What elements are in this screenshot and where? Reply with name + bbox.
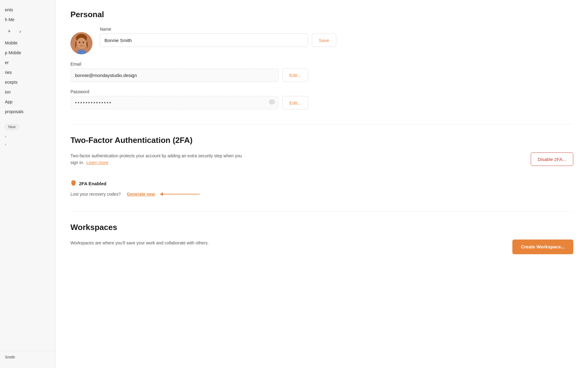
arrow-head <box>160 192 163 196</box>
email-input[interactable] <box>70 68 279 82</box>
main-content: Personal <box>56 0 588 368</box>
sidebar-item-ecepts[interactable]: ecepts <box>0 77 55 87</box>
recovery-row: Lost your recovery codes? Generate new <box>70 192 573 197</box>
twofa-desc-row: Two-factor authentication protects your … <box>70 152 573 172</box>
name-field-row: Save <box>100 33 573 47</box>
name-input[interactable] <box>100 33 308 47</box>
svg-point-6 <box>271 101 273 103</box>
sidebar-item-ries[interactable]: ries <box>0 67 55 77</box>
add-button[interactable]: + <box>5 27 13 36</box>
name-field-group: Name Save <box>100 27 573 54</box>
arrow-annotation <box>160 192 200 196</box>
chevron-right-icon-1: › <box>5 134 6 139</box>
edit-password-button[interactable]: Edit... <box>282 96 308 109</box>
personal-section: Personal <box>70 10 573 109</box>
sidebar-actions: + › <box>0 25 55 38</box>
sidebar-item-er[interactable]: er <box>0 58 55 67</box>
user-avatar <box>70 32 92 54</box>
twofa-title: Two-Factor Authentication (2FA) <box>70 136 573 145</box>
disable-2fa-button[interactable]: Disable 2FA... <box>531 152 573 166</box>
create-workspace-button[interactable]: Create Workspace... <box>512 240 573 254</box>
workspaces-row: Workspaces are where you'll save your wo… <box>70 240 573 254</box>
save-button[interactable]: Save <box>312 33 336 47</box>
recovery-question: Lost your recovery codes? <box>70 192 121 197</box>
name-label: Name <box>100 27 573 32</box>
svg-point-3 <box>79 42 80 43</box>
divider-1 <box>70 124 573 125</box>
sidebar-item-ion[interactable]: ion <box>0 87 55 97</box>
sidebar-item-ents[interactable]: ents <box>0 5 55 15</box>
generate-new-link[interactable]: Generate new <box>127 192 155 197</box>
divider-2 <box>70 211 573 212</box>
password-wrapper <box>70 96 279 109</box>
sidebar: ents h Me + › Mobile p Mobile er ries ec… <box>0 0 56 368</box>
sidebar-item-pmobile[interactable]: p Mobile <box>0 48 55 58</box>
sidebar-item-app[interactable]: App <box>0 97 55 107</box>
edit-email-button[interactable]: Edit... <box>282 68 308 82</box>
email-label: Email <box>70 62 573 67</box>
email-group: Email Edit... <box>70 62 573 82</box>
sidebar-bottom-user: Smith <box>0 351 55 363</box>
shield-icon <box>70 180 77 187</box>
twofa-enabled-row: 2FA Enabled <box>70 180 573 187</box>
svg-point-4 <box>83 42 84 43</box>
sidebar-item-hme[interactable]: h Me <box>0 15 55 25</box>
password-input[interactable] <box>70 96 279 109</box>
twofa-description: Two-factor authentication protects your … <box>70 152 248 166</box>
twofa-enabled-label: 2FA Enabled <box>79 181 106 186</box>
arrow-line <box>163 194 200 194</box>
sidebar-chevron-item-2[interactable]: › <box>0 140 55 148</box>
workspaces-section: Workspaces Workspaces are where you'll s… <box>70 223 573 254</box>
workspaces-title: Workspaces <box>70 223 573 232</box>
password-label: Password <box>70 89 573 94</box>
sidebar-item-mobile[interactable]: Mobile <box>0 38 55 48</box>
learn-more-link[interactable]: Learn more <box>86 160 108 165</box>
chevron-button[interactable]: › <box>16 27 24 36</box>
sidebar-chevron-item-1[interactable]: › <box>0 132 55 140</box>
personal-title: Personal <box>70 10 573 19</box>
sidebar-item-proposals[interactable]: proposals <box>0 107 55 117</box>
new-badge: New <box>5 124 19 130</box>
workspaces-description: Workspaces are where you'll save your wo… <box>70 240 209 246</box>
chevron-right-icon-2: › <box>5 142 6 147</box>
svg-point-2 <box>77 38 86 49</box>
eye-icon[interactable] <box>269 99 275 107</box>
password-field-row: Edit... <box>70 96 573 109</box>
email-field-row: Edit... <box>70 68 573 82</box>
password-group: Password Edit... <box>70 89 573 109</box>
svg-point-5 <box>81 44 82 44</box>
twofa-section: Two-Factor Authentication (2FA) Two-fact… <box>70 136 573 197</box>
